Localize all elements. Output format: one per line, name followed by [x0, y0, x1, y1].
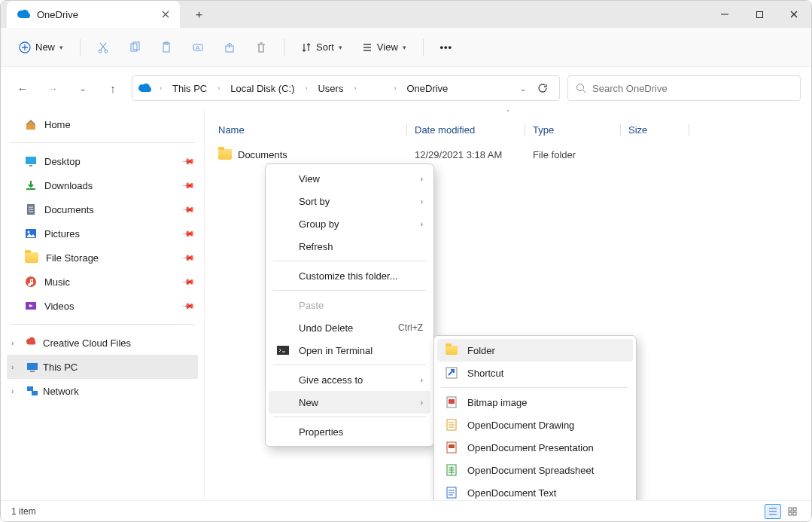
ctx-new-bitmap[interactable]: Bitmap image: [437, 391, 633, 414]
search-box[interactable]: [567, 75, 801, 101]
column-name[interactable]: Name: [218, 124, 406, 136]
back-button[interactable]: ←: [11, 77, 34, 99]
sidebar-tree-creativecloud[interactable]: ›Creative Cloud Files: [7, 331, 198, 355]
pin-icon: 📌: [181, 298, 195, 313]
column-size[interactable]: Size: [628, 124, 689, 136]
sidebar-item-label: Creative Cloud Files: [43, 337, 131, 349]
column-type[interactable]: Type: [533, 124, 620, 136]
ctx-access[interactable]: Give access to›: [269, 368, 430, 391]
ctx-groupby[interactable]: Group by›: [269, 212, 430, 235]
sidebar-home[interactable]: Home: [7, 112, 198, 136]
pc-icon: [26, 361, 38, 373]
column-headers: Name Date modified Type Size: [205, 117, 811, 142]
status-bar: 1 item: [1, 500, 811, 521]
paste-button[interactable]: [153, 34, 180, 61]
svg-rect-38: [793, 508, 796, 511]
svg-rect-12: [26, 157, 36, 164]
expand-icon[interactable]: ›: [11, 387, 22, 395]
breadcrumb-segment[interactable]: [363, 87, 386, 90]
refresh-button[interactable]: [532, 78, 553, 99]
odf-spreadsheet-icon: [443, 464, 460, 476]
breadcrumb-segment[interactable]: Users: [315, 81, 346, 96]
pin-icon: 📌: [181, 274, 195, 288]
new-button[interactable]: New ▾: [11, 34, 71, 61]
copy-button[interactable]: [121, 34, 148, 61]
tab-onedrive[interactable]: OneDrive: [7, 1, 180, 28]
address-dropdown[interactable]: ⌄: [520, 84, 526, 93]
sidebar: Home Desktop📌 Downloads📌 Documents📌 Pict…: [1, 109, 204, 500]
close-button[interactable]: [777, 1, 811, 28]
ctx-customize[interactable]: Customize this folder...: [269, 264, 430, 287]
ctx-new-shortcut[interactable]: Shortcut: [437, 362, 633, 384]
ctx-refresh[interactable]: Refresh: [269, 235, 430, 258]
sidebar-item-videos[interactable]: Videos📌: [7, 294, 198, 318]
odf-drawing-icon: [443, 419, 460, 431]
sidebar-item-label: Pictures: [44, 228, 80, 240]
svg-point-16: [28, 231, 30, 234]
address-row: ← → ⌄ ↑ › This PC› Local Disk (C:)› User…: [1, 67, 811, 109]
breadcrumb-segment[interactable]: This PC: [169, 81, 210, 96]
onedrive-icon: [17, 9, 31, 20]
sidebar-item-label: Home: [44, 119, 71, 130]
sort-button[interactable]: Sort ▾: [293, 34, 350, 61]
odf-presentation-icon: [443, 441, 460, 453]
sidebar-item-music[interactable]: Music📌: [7, 270, 198, 294]
chevron-down-icon: ▾: [339, 44, 342, 51]
svg-rect-40: [793, 512, 796, 515]
column-date[interactable]: Date modified: [415, 124, 525, 136]
ctx-undo[interactable]: Undo DeleteCtrl+Z: [269, 316, 430, 339]
document-icon: [25, 203, 37, 215]
ctx-new-folder[interactable]: Folder: [437, 339, 633, 362]
sidebar-item-documents[interactable]: Documents📌: [7, 197, 198, 221]
more-button[interactable]: •••: [433, 34, 460, 61]
ctx-new-oddraw[interactable]: OpenDocument Drawing: [437, 414, 633, 436]
pin-icon: 📌: [181, 202, 195, 216]
window-controls: [707, 1, 811, 28]
cut-button[interactable]: [90, 34, 117, 61]
ctx-new-odsheet[interactable]: OpenDocument Spreadsheet: [437, 459, 633, 481]
breadcrumb-segment[interactable]: OneDrive: [403, 81, 451, 96]
terminal-icon: [275, 346, 291, 355]
pin-icon: 📌: [181, 250, 195, 264]
share-button[interactable]: [216, 34, 243, 61]
search-input[interactable]: [592, 83, 792, 94]
ctx-sortby[interactable]: Sort by›: [269, 190, 430, 212]
minimize-button[interactable]: [707, 1, 742, 28]
sidebar-tree-network[interactable]: ›Network: [7, 379, 198, 403]
sidebar-item-label: Music: [44, 276, 70, 288]
sidebar-tree-thispc[interactable]: ›This PC: [7, 355, 198, 379]
tab-close-button[interactable]: [159, 8, 172, 21]
expand-icon[interactable]: ›: [11, 363, 22, 371]
ctx-new-odpres[interactable]: OpenDocument Presentation: [437, 436, 633, 459]
sidebar-item-filestorage[interactable]: File Storage📌: [7, 246, 198, 270]
view-button[interactable]: View ▾: [354, 34, 414, 61]
thumbnails-view-button[interactable]: [784, 504, 801, 519]
ctx-new-odtext[interactable]: OpenDocument Text: [437, 481, 633, 500]
chevron-down-icon: ▾: [59, 44, 63, 51]
sidebar-item-pictures[interactable]: Pictures📌: [7, 221, 198, 246]
maximize-button[interactable]: [742, 1, 777, 28]
file-date: 12/29/2021 3:18 AM: [415, 149, 525, 160]
folder-icon: [218, 149, 232, 160]
sidebar-item-downloads[interactable]: Downloads📌: [7, 173, 198, 197]
sidebar-item-label: Network: [43, 386, 79, 397]
bitmap-icon: [443, 396, 460, 408]
title-bar: OneDrive ＋: [1, 1, 811, 28]
ctx-view[interactable]: View›: [269, 167, 430, 190]
address-bar[interactable]: › This PC› Local Disk (C:)› Users› › One…: [132, 75, 560, 101]
delete-button[interactable]: [248, 34, 275, 61]
new-tab-button[interactable]: ＋: [187, 3, 210, 26]
sidebar-item-desktop[interactable]: Desktop📌: [7, 149, 198, 173]
ctx-new[interactable]: New›: [269, 391, 430, 414]
ctx-properties[interactable]: Properties: [269, 420, 430, 443]
up-button[interactable]: ↑: [102, 77, 124, 99]
network-icon: [26, 385, 38, 397]
rename-button[interactable]: A: [184, 34, 211, 61]
details-view-button[interactable]: [765, 504, 781, 519]
recent-button[interactable]: ⌄: [71, 77, 94, 99]
ctx-terminal[interactable]: Open in Terminal: [269, 339, 430, 362]
forward-button[interactable]: →: [41, 77, 64, 99]
context-submenu-new: Folder Shortcut Bitmap image OpenDocumen…: [433, 335, 637, 500]
breadcrumb-segment[interactable]: Local Disk (C:): [227, 81, 297, 96]
expand-icon[interactable]: ›: [11, 339, 22, 347]
